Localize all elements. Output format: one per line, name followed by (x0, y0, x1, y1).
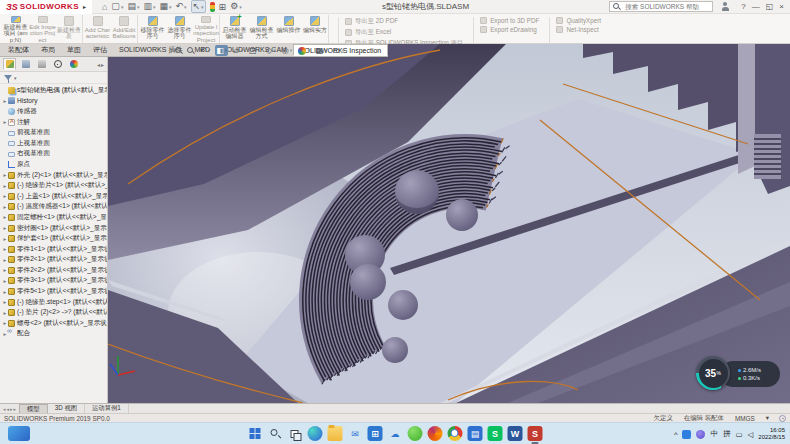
green-app-icon[interactable] (408, 426, 423, 441)
tree-item[interactable]: ▸ 配合 (2, 329, 107, 340)
export-3d-pdf[interactable]: Export to 3D PDF (480, 17, 539, 24)
edit-inspection-method-button[interactable]: 编辑检查方式 (248, 15, 275, 43)
user-account-icon[interactable] (721, 2, 729, 11)
tree-item[interactable]: ▸ 固定螺栓<1> (默认<<默认>_显示 (2, 212, 107, 223)
tab-motion-study[interactable]: 运动算例1 (85, 404, 129, 413)
drawing-views-icon[interactable]: ▱ (232, 45, 244, 56)
help-search-box[interactable] (609, 1, 713, 12)
edit-operation-button[interactable]: 编辑操作 (275, 15, 302, 43)
hide-show-items-icon[interactable]: ◎ (281, 45, 294, 56)
onedrive-icon[interactable]: ☁ (388, 426, 403, 441)
filter-funnel-icon[interactable] (4, 75, 12, 80)
menu-expand-arrow-icon[interactable]: ▸ (83, 3, 86, 10)
help-search-input[interactable] (623, 2, 709, 11)
displaymanager-tab[interactable] (67, 58, 80, 70)
chrome-icon[interactable] (448, 426, 463, 441)
close-icon[interactable]: × (779, 2, 784, 12)
usage-gauge[interactable]: 35 % (696, 356, 730, 390)
new-inspection-sheet-button[interactable]: 新建检查表 (56, 15, 83, 43)
export-edrawing[interactable]: Export eDrawing (480, 26, 539, 33)
store-icon[interactable]: ⊞ (368, 426, 383, 441)
tree-item[interactable]: ▸ (-) 绝缘垫.step<1> (默认<<默认> (2, 297, 107, 308)
onedrive-tray-icon[interactable] (682, 430, 691, 439)
propertymanager-tab[interactable] (19, 58, 32, 70)
tree-item[interactable]: ▸ (-) 上盖<1> (默认<<默认>_显示状 (2, 191, 107, 202)
solidworks-taskbar-icon[interactable]: S (528, 426, 543, 441)
select-icon[interactable]: ↖ (191, 0, 206, 13)
mail-icon[interactable]: ✉ (348, 426, 363, 441)
tray-expand-icon[interactable]: ^ (674, 430, 678, 439)
add-edit-balloons-button[interactable]: Add/Edit Balloons (111, 15, 138, 43)
tree-item[interactable]: ▸ (-) 绝缘垫片<1> (默认<<默认>_显 (2, 180, 107, 191)
update-inspection-project-button[interactable]: Update Inspection Project (193, 15, 220, 43)
browser-app-icon[interactable] (428, 426, 443, 441)
tree-item[interactable]: ▸ 零件2<1> (默认<<默认>_显示状 (2, 255, 107, 266)
undo-icon[interactable]: ↶ (175, 1, 186, 12)
restore-icon[interactable]: ◱ (766, 2, 774, 12)
edge-icon[interactable] (308, 426, 323, 441)
edit-actual-button[interactable]: 编辑实方 (302, 15, 329, 43)
options-grid-icon[interactable]: ⊞ (219, 2, 227, 12)
cad-model-canvas[interactable] (108, 44, 790, 403)
help-icon[interactable]: ? (741, 2, 745, 12)
net-inspect[interactable]: Net-Inspect (556, 26, 601, 33)
tree-item[interactable]: ▸ 螺母<2> (默认<<默认>_显示状态 (2, 318, 107, 329)
home-icon[interactable]: ⌂ (102, 2, 107, 12)
gear-icon[interactable]: ⚙ (230, 1, 242, 12)
view-orientation-icon[interactable]: ◳ (248, 45, 261, 56)
export-excel[interactable]: 导出至 Excel (345, 28, 463, 37)
select-balloons-button[interactable]: 选择零件序号 (166, 15, 193, 43)
system-monitor-widget[interactable]: 2.6M/s 0.3K/s 35 % (696, 356, 784, 392)
panel-tab-scroll[interactable]: ◂▸ (97, 61, 104, 68)
tree-item[interactable]: ▸ 零件5<1> (默认<<默认>_显示状态 (2, 286, 107, 297)
view-settings-icon[interactable]: ▭ (332, 45, 345, 56)
tree-item[interactable]: ▸ 前视基准面 (2, 127, 107, 138)
dimxpertmanager-tab[interactable] (51, 58, 64, 70)
featuremanager-tab[interactable] (3, 58, 16, 70)
search-icon[interactable] (268, 426, 283, 441)
tab-assembly[interactable]: 装配体 (2, 44, 35, 56)
edit-appearance-icon[interactable] (297, 45, 311, 56)
ime-mode-indicator[interactable]: 拼 (723, 429, 731, 439)
zoom-fit-icon[interactable] (175, 47, 183, 55)
rebuild-traffic-light-icon[interactable] (210, 2, 215, 12)
tree-item[interactable]: ▸ 传感器 (2, 106, 107, 117)
display-style-icon[interactable]: ◇ (265, 45, 277, 56)
open-icon[interactable]: ▤ (127, 1, 139, 12)
tree-item[interactable]: ▸ 原点 (2, 159, 107, 170)
save-icon[interactable]: ▥ (143, 1, 155, 12)
edit-inspection-project-button[interactable]: Edit Inspection Project (29, 15, 56, 43)
qualityxpert[interactable]: QualityXpert (556, 17, 601, 24)
tree-item[interactable]: ▸ 零件1<1> (默认<<默认>_显示状态 (2, 244, 107, 255)
zoom-area-icon[interactable] (187, 47, 195, 55)
tree-item[interactable]: ▸ (-) 温度传感器<1> (默认<<默认>_ (2, 202, 107, 213)
tree-item[interactable]: ▸ History (2, 96, 107, 107)
configurationmanager-tab[interactable] (35, 58, 48, 70)
tab-layout[interactable]: 布局 (35, 44, 61, 56)
tree-item[interactable]: ▸ 上视基准面 (2, 138, 107, 149)
graphics-area[interactable]: 2.6M/s 0.3K/s 35 % (108, 44, 790, 403)
file-explorer-icon[interactable] (328, 426, 343, 441)
filter-caret-icon[interactable]: ▾ (14, 75, 17, 81)
tree-item[interactable]: ▸ (-) 垫片 (2)<2> ->? (默认<<默认> (2, 307, 107, 318)
security-tray-icon[interactable] (696, 430, 705, 439)
taskbar-clock[interactable]: 16:05 2022/8/15 (758, 427, 785, 441)
start-button[interactable] (248, 426, 263, 441)
remove-balloons-button[interactable]: 移除零件序号 (139, 15, 166, 43)
task-view-icon[interactable] (288, 426, 303, 441)
launch-inspection-editor-button[interactable]: 启动检查编辑器 (221, 15, 248, 43)
doc-tab-nav[interactable]: ◂◂▸▸ (0, 404, 19, 413)
tab-3d-views[interactable]: 3D 视图 (48, 404, 85, 413)
solidworks-logo[interactable]: ЗS SOLIDWORKS ▸ (0, 0, 92, 14)
tree-item[interactable]: ▸ 右视基准面 (2, 149, 107, 160)
print-icon[interactable]: ▦ (159, 1, 171, 12)
ime-lang-indicator[interactable]: 中 (710, 429, 718, 439)
tree-root-item[interactable]: ▸ s型铂铑热电偶 (默认<默认_显示状态-1> (2, 85, 107, 96)
tree-item[interactable]: ▸ 密封圈<1> (默认<<默认>_显示状 (2, 223, 107, 234)
reader-app-icon[interactable]: ▤ (468, 426, 483, 441)
new-document-icon[interactable]: ▢ (111, 1, 123, 12)
tab-sketch[interactable]: 草图 (61, 44, 87, 56)
status-options-icon[interactable] (779, 415, 786, 422)
word-icon[interactable]: W (508, 426, 523, 441)
export-2d-pdf[interactable]: 导出至 2D PDF (345, 17, 463, 26)
